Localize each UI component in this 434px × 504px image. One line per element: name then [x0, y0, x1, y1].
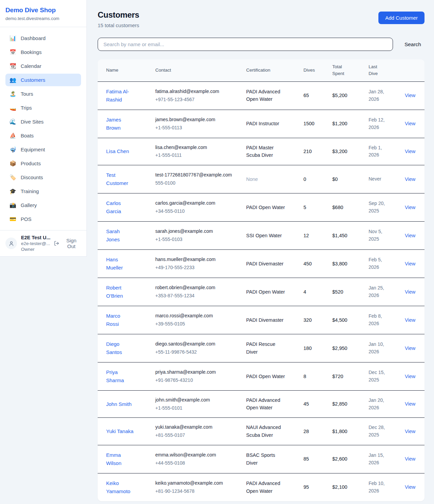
customer-certification-cell: PADI Open Water — [242, 278, 299, 306]
sidebar-item-dashboard[interactable]: 📊 Dashboard — [5, 32, 81, 44]
sidebar-item-discounts[interactable]: 🏷️ Discounts — [5, 171, 81, 184]
search-input[interactable] — [98, 38, 393, 51]
sidebar-item-products[interactable]: 📦 Products — [5, 157, 81, 170]
nav-item-label: Boats — [21, 133, 34, 138]
customer-contact-cell: lisa.chen@example.com +1-555-0111 — [151, 138, 242, 165]
sidebar-item-equipment[interactable]: 🤿 Equipment — [5, 143, 81, 156]
sidebar-item-tours[interactable]: 🏝️ Tours — [5, 88, 81, 100]
customer-name-link[interactable]: Sarah Jones — [106, 227, 134, 244]
view-customer-link[interactable]: View — [405, 346, 415, 351]
customer-total-spent: $1,450 — [328, 221, 364, 249]
view-customer-link[interactable]: View — [405, 401, 415, 407]
customer-certification-cell: NAUI Advanced Scuba Diver — [242, 418, 299, 445]
customer-total-spent: $3,200 — [328, 138, 364, 165]
package-icon: 📦 — [9, 161, 16, 166]
customer-contact-cell: james.brown@example.com +1-555-0113 — [151, 110, 242, 138]
customer-dives: 210 — [299, 138, 328, 165]
nav-item-label: Bookings — [21, 49, 42, 55]
sign-out-button[interactable]: Sign Out — [54, 238, 81, 249]
customer-name-link[interactable]: Fatima Al-Rashid — [106, 88, 134, 104]
customer-contact-cell: emma.wilson@example.com +44-555-0108 — [151, 445, 242, 473]
view-customer-link[interactable]: View — [405, 289, 415, 295]
view-customer-link[interactable]: View — [405, 429, 415, 434]
view-customer-link[interactable]: View — [405, 149, 415, 154]
view-customer-link[interactable]: View — [405, 261, 415, 266]
customer-certification: PADI Open Water — [246, 373, 285, 380]
search-row: Search — [98, 38, 425, 51]
table-row: John Smith john.smith@example.com +1-555… — [98, 390, 425, 417]
customer-name-link[interactable]: Priya Sharma — [106, 368, 134, 385]
view-customer-link[interactable]: View — [405, 205, 415, 210]
sidebar-item-dive-sites[interactable]: 🌊 Dive Sites — [5, 115, 81, 128]
customer-name-link[interactable]: Emma Wilson — [106, 451, 134, 467]
customer-name-link[interactable]: Diego Santos — [106, 340, 134, 356]
customer-phone: +39-555-0105 — [155, 320, 238, 328]
customer-view-cell: View — [401, 110, 425, 138]
customer-name-link[interactable]: Test Customer — [106, 171, 134, 187]
customer-last-dive-cell: Feb 5, 2026 — [364, 249, 401, 278]
customer-name-link[interactable]: Marco Rossi — [106, 312, 134, 328]
customer-email: priya.sharma@example.com — [155, 369, 238, 376]
sidebar-item-gallery[interactable]: 📸 Gallery — [5, 199, 81, 211]
table-row: Sarah Jones sarah.jones@example.com +1-5… — [98, 221, 425, 249]
view-customer-link[interactable]: View — [405, 93, 415, 98]
customer-dives: 65 — [299, 81, 328, 110]
customer-name-link[interactable]: Keiko Yamamoto — [106, 479, 134, 496]
view-customer-link[interactable]: View — [405, 176, 415, 182]
customer-total-spent: $0 — [328, 165, 364, 193]
view-customer-link[interactable]: View — [405, 374, 415, 379]
customer-name-link[interactable]: Lisa Chen — [106, 147, 129, 155]
customer-name-link[interactable]: Hans Mueller — [106, 256, 134, 272]
view-customer-link[interactable]: View — [405, 317, 415, 323]
view-customer-link[interactable]: View — [405, 484, 415, 490]
customer-view-cell: View — [401, 334, 425, 362]
sidebar-item-pos[interactable]: 💳 POS — [5, 213, 81, 225]
customer-name-link[interactable]: Carlos Garcia — [106, 199, 134, 216]
customer-last-dive-cell: Feb 10, 2026 — [364, 473, 401, 501]
customer-certification: PADI Rescue Diver — [246, 340, 287, 356]
customer-last-dive: Jan 28, 2026 — [369, 88, 388, 103]
customer-last-dive: Feb 8, 2026 — [369, 313, 388, 327]
sidebar-item-bookings[interactable]: 📅 Bookings — [5, 46, 81, 58]
nav-item-label: POS — [21, 216, 32, 222]
customer-phone: +81-555-0107 — [155, 432, 238, 439]
page-header: Customers 15 total customers Add Custome… — [98, 10, 425, 28]
sign-out-icon — [54, 241, 59, 246]
customer-certification: PADI Advanced Open Water — [246, 480, 287, 495]
sidebar-item-trips[interactable]: 🚤 Trips — [5, 101, 81, 114]
customer-last-dive-cell: Dec 15, 2025 — [364, 362, 401, 390]
customer-total-spent: $2,950 — [328, 334, 364, 362]
user-role: Owner — [21, 247, 50, 252]
sidebar-item-training[interactable]: 🎓 Training — [5, 185, 81, 198]
customer-name-link[interactable]: Robert O'Brien — [106, 284, 134, 300]
main-content: Customers 15 total customers Add Custome… — [87, 0, 434, 504]
view-customer-link[interactable]: View — [405, 456, 415, 462]
customer-total-spent: $1,800 — [328, 418, 364, 445]
customer-view-cell: View — [401, 165, 425, 193]
sidebar-item-calendar[interactable]: 📆 Calendar — [5, 60, 81, 72]
view-customer-link[interactable]: View — [405, 233, 415, 238]
customer-contact-cell: john.smith@example.com +1-555-0101 — [151, 390, 242, 417]
customer-name-cell: Hans Mueller — [98, 249, 151, 278]
customer-name-link[interactable]: Yuki Tanaka — [106, 427, 134, 435]
customer-last-dive-cell: Feb 8, 2026 — [364, 306, 401, 334]
search-button[interactable]: Search — [401, 41, 425, 48]
customer-certification: PADI Advanced Open Water — [246, 396, 287, 412]
customer-name-link[interactable]: James Brown — [106, 116, 134, 132]
customer-contact-cell: test-1772681807767@example.com 555-0100 — [151, 165, 242, 193]
customer-phone: +49-170-555-2233 — [155, 264, 238, 272]
sidebar-nav: 📊 Dashboard 📅 Bookings 📆 Calendar 👥 Cust… — [0, 27, 86, 230]
sidebar-item-customers[interactable]: 👥 Customers — [5, 74, 81, 86]
sidebar-item-boats[interactable]: ⛵ Boats — [5, 129, 81, 142]
table-row: Emma Wilson emma.wilson@example.com +44-… — [98, 445, 425, 473]
customer-last-dive: Jan 10, 2026 — [369, 341, 388, 355]
customer-dives: 95 — [299, 473, 328, 501]
customer-email: emma.wilson@example.com — [155, 451, 238, 459]
customer-name-link[interactable]: John Smith — [106, 400, 132, 408]
people-icon: 👥 — [9, 77, 16, 83]
customer-certification-cell: PADI Rescue Diver — [242, 334, 299, 362]
view-customer-link[interactable]: View — [405, 121, 415, 126]
add-customer-button[interactable]: Add Customer — [378, 12, 425, 24]
island-icon: 🏝️ — [9, 91, 16, 97]
customer-phone: +1-555-0103 — [155, 236, 238, 243]
